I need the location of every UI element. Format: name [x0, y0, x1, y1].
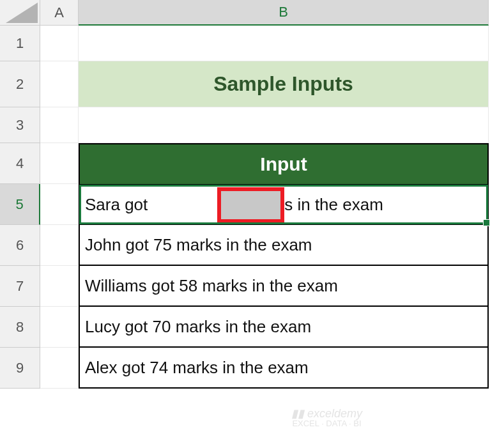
row-header-8[interactable]: 8: [0, 307, 40, 348]
cell-A3[interactable]: [40, 107, 79, 143]
cell-A9[interactable]: [40, 348, 79, 389]
cell-B3[interactable]: [79, 107, 489, 143]
row-header-5[interactable]: 5: [0, 184, 40, 225]
cell-text: Lucy got 70 marks in the exam: [85, 317, 311, 337]
spreadsheet-grid: A B 1 2 Sample Inputs 3 4 Input 5 Sara g…: [0, 0, 490, 389]
row-header-1[interactable]: 1: [0, 26, 40, 61]
row-header-9[interactable]: 9: [0, 348, 40, 389]
cell-B6[interactable]: John got 75 marks in the exam: [79, 225, 489, 266]
cell-A6[interactable]: [40, 225, 79, 266]
cell-B8[interactable]: Lucy got 70 marks in the exam: [79, 307, 489, 348]
cell-B5-text-left: Sara got: [85, 195, 148, 215]
title-cell[interactable]: Sample Inputs: [79, 61, 489, 107]
cell-A4[interactable]: [40, 143, 79, 184]
highlight-box: [217, 187, 284, 223]
cell-A2[interactable]: [40, 61, 79, 107]
cell-text: Alex got 74 marks in the exam: [85, 358, 309, 378]
row-header-2[interactable]: 2: [0, 61, 40, 107]
row-header-6[interactable]: 6: [0, 225, 40, 266]
cell-A5[interactable]: [40, 184, 79, 225]
row-header-4[interactable]: 4: [0, 143, 40, 184]
watermark: ▮▮ exceldemy EXCEL · DATA · BI: [291, 408, 362, 428]
cell-A7[interactable]: [40, 266, 79, 307]
cell-B9[interactable]: Alex got 74 marks in the exam: [79, 348, 489, 389]
select-all-corner[interactable]: [0, 0, 40, 26]
watermark-line2: EXCEL · DATA · BI: [291, 419, 362, 428]
cell-B1[interactable]: [79, 26, 489, 61]
watermark-icon: ▮▮: [291, 407, 304, 420]
cell-text: John got 75 marks in the exam: [85, 235, 312, 255]
column-header-A[interactable]: A: [40, 0, 79, 26]
column-header-B[interactable]: B: [79, 0, 489, 26]
row-header-7[interactable]: 7: [0, 266, 40, 307]
cell-B7[interactable]: Williams got 58 marks in the exam: [79, 266, 489, 307]
cell-A8[interactable]: [40, 307, 79, 348]
cell-A1[interactable]: [40, 26, 79, 61]
cell-B5[interactable]: Sara got 78 marks in the exam: [79, 184, 489, 225]
table-header-input[interactable]: Input: [79, 143, 489, 184]
row-header-3[interactable]: 3: [0, 107, 40, 143]
cell-text: Williams got 58 marks in the exam: [85, 276, 338, 296]
watermark-line1: exceldemy: [307, 407, 362, 420]
